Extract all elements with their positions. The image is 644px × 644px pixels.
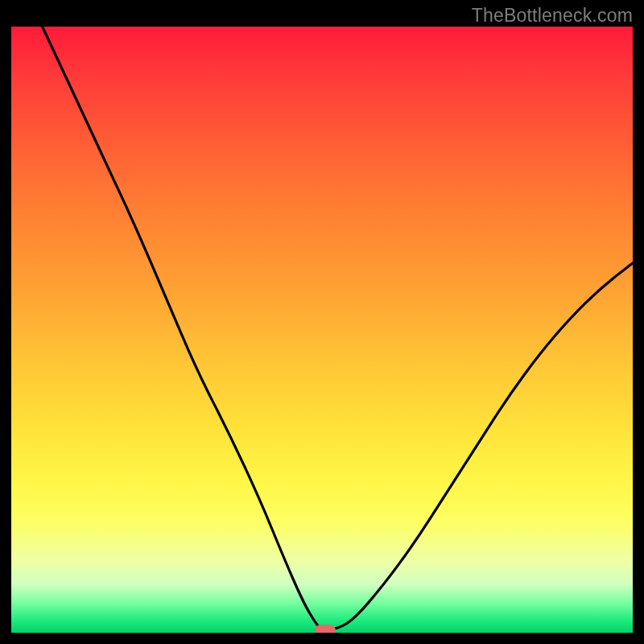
chart-frame	[11, 27, 633, 633]
watermark-text: TheBottleneck.com	[472, 5, 633, 27]
plot-area	[11, 27, 633, 633]
bottleneck-curve	[43, 27, 633, 630]
curve-svg	[11, 27, 633, 633]
optimal-point-marker	[315, 625, 336, 633]
